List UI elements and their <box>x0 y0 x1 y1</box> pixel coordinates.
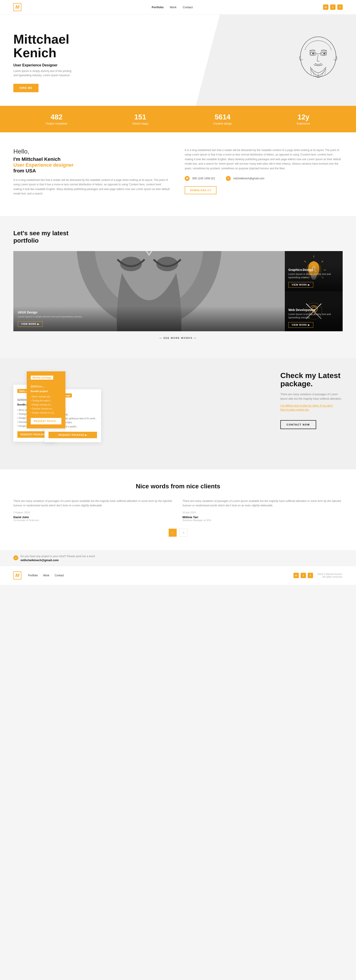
testimonial-prev-button[interactable]: ← <box>169 529 177 537</box>
footer-contact-bar: ✉ Do you have any project in your mind? … <box>0 550 356 566</box>
stat-design: 5614 Creative design <box>214 113 232 125</box>
graphics-card-overlay: Graphics Design Lorem Ipsum is simply du… <box>285 264 343 291</box>
stat-clients-label: Clients happy <box>132 122 149 125</box>
portrait-illustration <box>294 32 343 92</box>
hero-section: Mittchael Kenich User Experience Designe… <box>0 14 356 106</box>
about-right-description: It is a long established fact that a rea… <box>185 148 343 171</box>
graphics-view-work-button[interactable]: VIEW WORK <box>288 282 313 288</box>
uiux-view-work-button[interactable]: VIEW WORK <box>18 321 43 327</box>
stat-experience: 12y Experience <box>297 113 310 125</box>
footer-facebook-icon[interactable]: f <box>308 573 313 578</box>
hero-content: Mittchael Kenich User Experience Designe… <box>13 32 276 92</box>
phone-row: ☎ 008 1245 1456 021 | ✉ mitchelkinech@gm… <box>185 176 343 181</box>
testimonial-navigation: ← → <box>13 529 343 537</box>
testimonial-1-date: 2 August, 2018 <box>13 511 174 514</box>
uiux-card-title: UI/UX Design <box>18 310 280 314</box>
navbar: M Portfolio Work Contact in t f <box>0 0 356 14</box>
stats-bar: 482 Project completed 151 Clients happy … <box>0 106 356 132</box>
hero-title: Mittchael Kenich <box>13 32 276 60</box>
nav-social: in t f <box>323 5 343 10</box>
svg-point-4 <box>323 53 325 54</box>
testimonials-grid: There are many variations of passages of… <box>13 499 343 522</box>
testimonial-1-role: Co-founder of Sciences <box>13 519 174 522</box>
portfolio-title: Let's see my latest portfolio <box>13 229 343 244</box>
testimonials-section: Nice words from nice clients There are m… <box>0 469 356 550</box>
stat-design-label: Creative design <box>214 122 232 125</box>
footer-email-icon: ✉ <box>13 555 18 560</box>
stat-experience-number: 12y <box>297 113 310 121</box>
nav-links: Portfolio Work Contact <box>152 6 193 9</box>
weekly-package-subtitle: Bundle project <box>31 390 62 393</box>
webdev-card-desc: Lorem Ipsum is simply dummy text and typ… <box>288 313 339 320</box>
nav-work[interactable]: Work <box>170 6 176 9</box>
about-section: Hello, I'm Mittchael Kenich User Experie… <box>0 132 356 216</box>
about-name: I'm Mittchael Kenich <box>13 156 171 162</box>
list-item: Mirror website adj... <box>31 395 62 399</box>
packages-cards-container: Daily packu $200/mo... Bundle proje Mirr… <box>13 371 271 456</box>
nav-contact[interactable]: Contact <box>183 6 193 9</box>
webdev-card-title: Web Development <box>288 308 339 312</box>
portfolio-card-webdev: Web Development Lorem Ipsum is simply du… <box>285 291 343 331</box>
phone-number: 008 1245 1456 021 <box>192 177 215 180</box>
packages-description: There are many variations of passages of… <box>280 392 343 401</box>
stat-projects-label: Project completed <box>46 122 67 125</box>
download-cv-button[interactable]: DOWNLOAD CV <box>185 186 217 194</box>
footer-twitter-icon[interactable]: t <box>301 573 306 578</box>
uiux-card-desc: Lorem Ipsum is simply dummy text and typ… <box>18 315 280 318</box>
contact-now-button[interactable]: CONTACT NOW <box>280 420 316 429</box>
footer-nav-work[interactable]: Work <box>43 574 49 577</box>
list-item: Discover session on ... <box>31 407 62 411</box>
footer-copyright: 2019 © Mitchel Kenich. All rights reserv… <box>318 573 343 578</box>
footer-nav: Portfolio Work Contact <box>28 574 64 577</box>
footer-social: in t f <box>293 573 313 578</box>
email-icon: ✉ <box>226 176 231 181</box>
stat-projects-number: 482 <box>46 113 67 121</box>
see-more-works[interactable]: SEE MORE WORKS <box>13 331 343 345</box>
testimonial-2-date: 10 july 2019 <box>182 511 343 514</box>
packages-link1[interactable]: I've diffrent kind of plan for client, i… <box>280 404 343 407</box>
about-role: User Experience designer <box>13 162 171 168</box>
testimonial-1-name: David John <box>13 515 174 519</box>
footer-email-address[interactable]: mithchelkinech@gmail.com <box>21 558 95 562</box>
webdev-view-work-button[interactable]: VIEW WORK <box>288 322 313 328</box>
facebook-icon[interactable]: f <box>337 5 343 10</box>
uiux-card-overlay: UI/UX Design Lorem Ipsum is simply dummy… <box>13 306 285 331</box>
twitter-icon[interactable]: t <box>330 5 335 10</box>
nav-portfolio[interactable]: Portfolio <box>152 6 163 9</box>
phone-icon: ☎ <box>185 176 190 181</box>
weekly-request-button[interactable]: REQUEST PACKA... <box>31 418 62 425</box>
footer-nav-contact[interactable]: Contact <box>55 574 64 577</box>
footer-nav-portfolio[interactable]: Portfolio <box>28 574 38 577</box>
about-right-col: It is a long established fact that a rea… <box>185 148 343 200</box>
testimonial-2-name: Millinia Tari <box>182 515 343 519</box>
packages-link2[interactable]: find my plan contact me. <box>280 408 343 411</box>
svg-line-19 <box>304 261 306 262</box>
svg-line-18 <box>321 261 323 262</box>
testimonial-next-button[interactable]: → <box>179 529 187 537</box>
monthly-request-button[interactable]: REQUEST PACKAGE ▶ <box>49 432 97 438</box>
webdev-card-overlay: Web Development Lorem Ipsum is simply du… <box>285 304 343 331</box>
footer-logo: M <box>13 571 21 579</box>
linkedin-icon[interactable]: in <box>323 5 328 10</box>
about-greeting: Hello, <box>13 148 171 155</box>
testimonial-2-role: Solutions Manager at SOh <box>182 519 343 522</box>
packages-info: Check my Latest package. There are many … <box>280 371 343 429</box>
footer-linkedin-icon[interactable]: in <box>293 573 299 578</box>
weekly-package-price: $800/mo... <box>31 382 62 389</box>
stat-clients: 151 Clients happy <box>132 113 149 125</box>
portfolio-grid: UI/UX Design Lorem Ipsum is simply dummy… <box>13 251 343 331</box>
graphics-card-desc: Lorem Ipsum is simply dummy text and typ… <box>288 272 339 279</box>
portfolio-right-col: Graphics Design Lorem Ipsum is simply du… <box>285 251 343 331</box>
stat-experience-label: Experience <box>297 122 310 125</box>
portfolio-card-uiux: UI/UX Design Lorem Ipsum is simply dummy… <box>13 251 285 331</box>
hero-image <box>276 32 343 92</box>
about-origin: from USA <box>13 168 171 174</box>
hire-me-button[interactable]: HIRE ME <box>13 84 38 92</box>
portfolio-card-graphics: Graphics Design Lorem Ipsum is simply du… <box>285 251 343 291</box>
testimonial-1-text: There are many variations of passages of… <box>13 499 174 508</box>
footer-contact-prompt: Do you have any project in your mind? Pl… <box>21 555 95 558</box>
list-item: Testing the wateri ) <box>31 399 62 403</box>
footer: M Portfolio Work Contact in t f 2019 © M… <box>0 566 356 585</box>
testimonial-2-text: There are many variations of passages of… <box>182 499 343 508</box>
packages-title: Check my Latest package. <box>280 371 343 388</box>
